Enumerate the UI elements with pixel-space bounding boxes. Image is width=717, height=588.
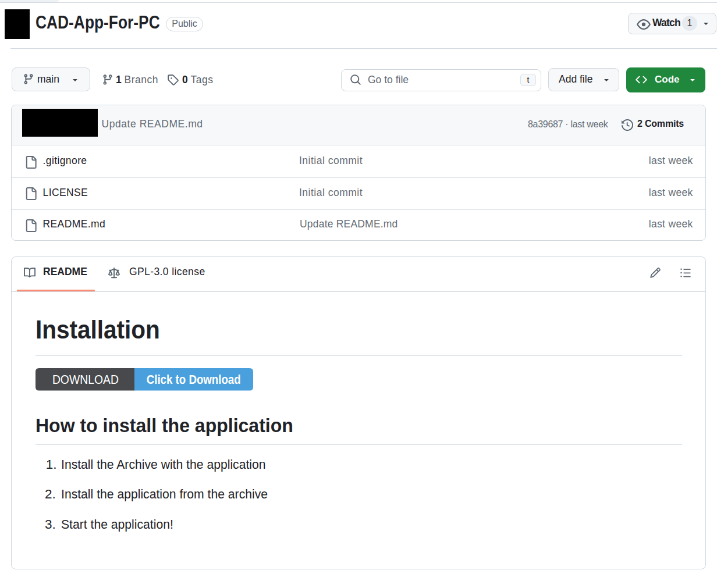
- svg-text:Click to Download: Click to Download: [146, 372, 240, 387]
- svg-text:DOWNLOAD: DOWNLOAD: [52, 372, 118, 387]
